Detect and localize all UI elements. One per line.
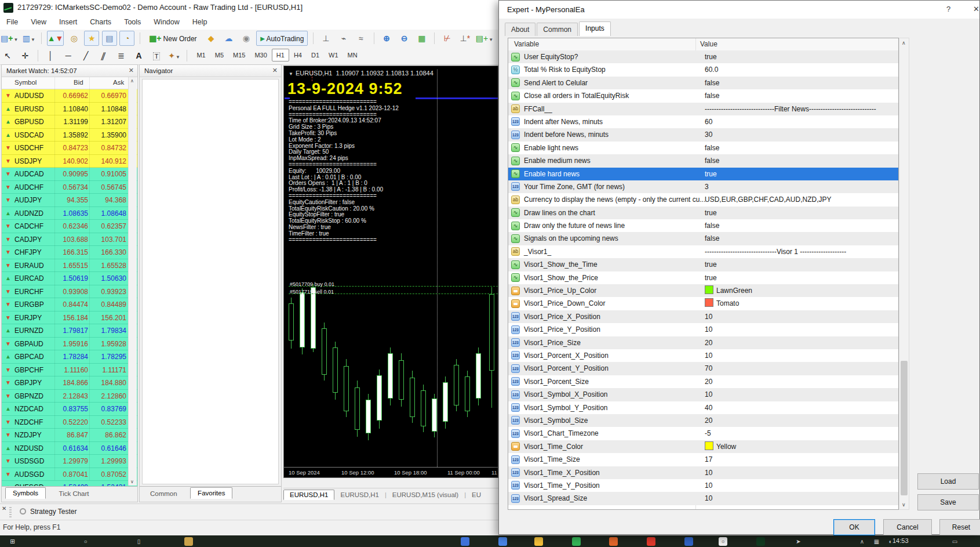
timeframe-button-m5[interactable]: M5	[210, 49, 228, 61]
load-button[interactable]: Load	[917, 473, 979, 490]
cursor-tool-button[interactable]: ↖	[0, 48, 15, 63]
market-watch-row-audnzd[interactable]: ▲AUDNZD1.086351.08648	[2, 207, 137, 220]
terminal-toggle-button[interactable]: ▤	[102, 31, 117, 46]
tray-volume-icon[interactable]: ◖	[886, 537, 894, 546]
market-watch-toggle-button[interactable]: ▲▼	[47, 31, 64, 46]
market-watch-row-cadchf[interactable]: ▼CADCHF0.623460.62357	[2, 220, 137, 233]
tray-expand-icon[interactable]: ∧	[858, 537, 866, 546]
input-row-0[interactable]: ∿User EquityStop?true	[508, 50, 898, 63]
input-row-30[interactable]: Visor1_Time_ColorYellow	[508, 440, 898, 453]
chart-tab-1[interactable]: EURUSD,H1	[334, 490, 384, 499]
input-row-23[interactable]: 123Visor1_Porcent_X_Position10	[508, 349, 898, 362]
mql-community-button[interactable]: ☁	[221, 31, 236, 46]
input-row-22[interactable]: 123Visor1_Price_Size20	[508, 336, 898, 349]
trendline-tool-button[interactable]: ╱	[78, 48, 93, 63]
input-row-20[interactable]: 123Visor1_Price_X_Position10	[508, 310, 898, 323]
input-row-34[interactable]: 123Visor1_Spread_Size10	[508, 492, 898, 505]
pinned-app-2-icon[interactable]	[461, 537, 469, 546]
text-tool-button[interactable]: A	[132, 48, 147, 63]
input-row-24[interactable]: 123Visor1_Porcent_Y_Position70	[508, 362, 898, 375]
chart-tab-3[interactable]: EU	[466, 490, 487, 499]
start-button[interactable]: ⊞	[8, 537, 17, 546]
chart-window-eurusd-h1[interactable]: #5017709 buy 0.01#5017719 sell 0.01 ▼EUR…	[283, 66, 498, 478]
input-row-18[interactable]: Visor1_Price_Up_ColorLawnGreen	[508, 284, 898, 297]
dialog-tab-about[interactable]: About	[505, 23, 535, 36]
menu-item-view[interactable]: View	[24, 16, 53, 28]
market-watch-row-usdjpy[interactable]: ▼USDJPY140.902140.912	[2, 155, 137, 168]
signals-button[interactable]: ◉	[239, 31, 254, 46]
timeframe-button-w1[interactable]: W1	[324, 49, 343, 61]
market-watch-row-gbpcad[interactable]: ▲GBPCAD1.782841.78295	[2, 350, 137, 364]
input-row-15[interactable]: ab_Visor1_------------------------------…	[508, 245, 898, 258]
market-watch-close-icon[interactable]: ✕	[129, 67, 134, 74]
reset-button[interactable]: Reset	[939, 519, 980, 535]
chart-tab-2[interactable]: EURUSD,M15 (visual)	[387, 490, 464, 499]
column-symbol[interactable]: Symbol	[14, 79, 37, 86]
strategy-tester-button[interactable]: ◔	[119, 31, 134, 46]
ok-button[interactable]: OK	[833, 519, 875, 535]
scroll-down-icon[interactable]: ∨	[902, 502, 906, 508]
candlestick-mode-button[interactable]: ⌁	[336, 31, 351, 46]
save-button[interactable]: Save	[917, 494, 979, 510]
column-value[interactable]: Value	[700, 40, 717, 48]
input-row-17[interactable]: ∿Visor1_Show_the_Pricetrue	[508, 271, 898, 284]
column-bid[interactable]: Bid	[74, 79, 83, 86]
market-watch-row-gbpjpy[interactable]: ▼GBPJPY184.866184.880	[2, 376, 137, 390]
input-row-32[interactable]: 123Visor1_Time_X_Position10	[508, 466, 898, 479]
tester-drag-grip[interactable]	[9, 507, 12, 517]
data-window-button[interactable]: ◎	[67, 31, 82, 46]
input-row-19[interactable]: Visor1_Price_Down_ColorTomato	[508, 297, 898, 310]
scroll-down-icon[interactable]: ∨	[130, 479, 134, 484]
menu-item-tools[interactable]: Tools	[118, 16, 147, 28]
market-watch-row-euraud[interactable]: ▼EURAUD1.655151.65528	[2, 259, 137, 273]
crosshair-tool-button[interactable]: ✛	[17, 48, 32, 63]
inputs-scrollbar[interactable]: ∧ ∨	[899, 38, 909, 510]
input-row-2[interactable]: ∿Send Alert to Celularfalse	[508, 77, 898, 89]
column-variable[interactable]: Variable	[514, 40, 539, 48]
market-watch-row-usdcad[interactable]: ▲USDCAD1.358921.35900	[2, 129, 137, 142]
horizontal-line-tool-button[interactable]: ─	[61, 48, 76, 63]
timeframe-button-mn[interactable]: MN	[343, 49, 362, 61]
indicators-button[interactable]: ⊬	[440, 31, 455, 46]
timeframe-button-h4[interactable]: H4	[289, 49, 307, 61]
timeframe-button-m30[interactable]: M30	[250, 49, 271, 61]
market-watch-row-nzdusd[interactable]: ▲NZDUSD0.616340.61646	[2, 442, 137, 455]
market-watch-row-audusd[interactable]: ▼AUDUSD0.669620.66970	[2, 89, 137, 103]
pinned-app-4-icon[interactable]	[572, 537, 581, 546]
input-row-8[interactable]: ∿Enable medium newsfalse	[508, 154, 898, 167]
input-row-10[interactable]: 123Your Time Zone, GMT (for news)3	[508, 180, 898, 193]
input-row-11[interactable]: abCurrency to display the news (empty - …	[508, 193, 898, 206]
new-order-button[interactable]: ▦+New Order	[145, 31, 201, 46]
input-row-21[interactable]: 123Visor1_Price_Y_Position10	[508, 323, 898, 336]
market-watch-row-chfsgd[interactable]: ▲CHFSGD1.524091.52431	[2, 481, 137, 486]
pinned-app-7-icon[interactable]	[684, 537, 693, 546]
input-row-9[interactable]: ∿Enable hard newstrue	[508, 168, 898, 180]
scroll-up-icon[interactable]: ∧	[130, 78, 134, 84]
market-watch-row-eurusd[interactable]: ▲EURUSD1.108401.10848	[2, 103, 137, 116]
expert-advisors-button[interactable]: ◆	[203, 31, 218, 46]
pinned-app-5-icon[interactable]	[609, 537, 618, 546]
bar-chart-mode-button[interactable]: ⊥	[318, 31, 333, 46]
profiles-button[interactable]: ▥▼	[21, 31, 37, 46]
dialog-tab-inputs[interactable]: Inputs	[579, 21, 611, 36]
input-row-13[interactable]: ∿Draw only the future of news linefalse	[508, 219, 898, 232]
market-watch-row-nzdjpy[interactable]: ▼NZDJPY86.84786.862	[2, 429, 137, 442]
input-row-27[interactable]: 123Visor1_Symbol_Y_Position40	[508, 401, 898, 414]
chart-time-axis[interactable]: 10 Sep 202410 Sep 12:0010 Sep 18:0011 Se…	[284, 467, 498, 477]
timeframe-button-d1[interactable]: D1	[307, 49, 324, 61]
input-row-16[interactable]: ∿Visor1_Show_the_Timetrue	[508, 258, 898, 271]
market-watch-row-eurchf[interactable]: ▼EURCHF0.939080.93923	[2, 285, 137, 299]
dialog-help-icon[interactable]: ?	[946, 5, 950, 13]
tester-close-icon[interactable]: ✕	[2, 505, 6, 512]
market-watch-row-gbpchf[interactable]: ▼GBPCHF1.111601.11171	[2, 364, 137, 377]
input-row-6[interactable]: 123Indent before News, minuts30	[508, 128, 898, 141]
folder-icon[interactable]	[534, 537, 543, 546]
templates-button[interactable]: ▤+▼	[475, 31, 494, 46]
pinned-app-3-icon[interactable]	[498, 537, 507, 546]
pinned-app-8-icon[interactable]: ○	[719, 537, 727, 546]
input-row-33[interactable]: 123Visor1_Time_Y_Position10	[508, 479, 898, 492]
menu-item-help[interactable]: Help	[186, 16, 214, 28]
tray-network-icon[interactable]: ▦	[872, 537, 881, 546]
input-row-3[interactable]: ∿Close all orders in TotalEquityRiskfals…	[508, 89, 898, 102]
new-chart-button[interactable]: ▤+▼	[0, 31, 19, 46]
